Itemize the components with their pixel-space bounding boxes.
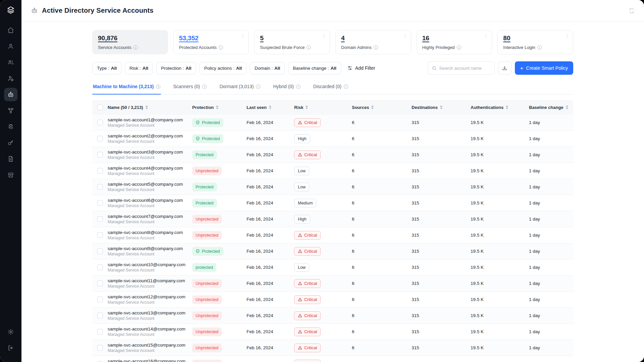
column-header-baseline-change[interactable]: Baseline change [529, 105, 573, 110]
row-checkbox[interactable] [97, 136, 103, 141]
select-all-checkbox[interactable] [97, 105, 103, 110]
sidebar-item-users[interactable] [4, 56, 17, 69]
table-row[interactable]: sample-svc-account11@company.com Managed… [92, 276, 573, 292]
account-type: Managed Service Account [108, 187, 190, 192]
row-checkbox[interactable] [97, 281, 103, 286]
info-icon[interactable] [307, 45, 311, 50]
table-row[interactable]: sample-svc-account12@company.com Managed… [92, 292, 573, 308]
table-row[interactable]: sample-svc-account14@company.com Managed… [92, 324, 573, 340]
baseline-change-value: 1 day [529, 200, 573, 205]
sidebar-item-home[interactable] [4, 23, 17, 37]
protection-badge: Protected [192, 150, 217, 159]
sidebar-item-inventory[interactable] [4, 168, 17, 182]
row-checkbox[interactable] [97, 345, 103, 351]
tab-hybrid[interactable]: Hybrid (0) [272, 80, 301, 94]
last-seen-value: Feb 16, 2024 [247, 249, 294, 254]
kebab-menu-icon[interactable]: ⋮ [403, 33, 408, 38]
destinations-value: 315 [412, 152, 471, 157]
table-row[interactable]: sample-svc-account10@company.com Managed… [92, 259, 573, 276]
info-icon[interactable] [156, 84, 160, 89]
row-checkbox[interactable] [97, 313, 103, 318]
destinations-value: 315 [412, 217, 471, 222]
column-header-destinations[interactable]: Destinations [412, 105, 471, 110]
info-icon[interactable] [133, 45, 138, 50]
tab-scanners[interactable]: Scanners (0) [172, 80, 207, 94]
sidebar-item-service-accounts[interactable] [4, 88, 17, 101]
kebab-menu-icon[interactable]: ⋮ [240, 33, 245, 38]
info-icon[interactable] [296, 84, 301, 89]
filter-baseline-change[interactable]: Baseline change :All [288, 62, 341, 74]
sidebar-item-settings[interactable] [4, 325, 17, 339]
sources-value: 6 [352, 297, 412, 302]
search-input[interactable] [439, 66, 491, 71]
create-smart-policy-button[interactable]: + Create Smart Policy [515, 61, 573, 75]
row-checkbox[interactable] [97, 200, 103, 206]
tab-discarded[interactable]: Discarded (0) [313, 80, 349, 94]
info-icon[interactable] [457, 45, 461, 50]
sidebar-item-user-settings[interactable] [4, 72, 17, 85]
last-seen-value: Feb 16, 2024 [247, 313, 294, 318]
filter-protection[interactable]: Protection :All [156, 62, 196, 74]
row-checkbox[interactable] [97, 329, 103, 335]
info-icon[interactable] [374, 45, 378, 50]
table-row[interactable]: sample-svc-account2@company.com Managed … [92, 131, 573, 147]
filter-policy-actions[interactable]: Policy actions :All [200, 62, 247, 74]
sidebar-item-fingerprint[interactable] [4, 120, 17, 133]
account-name: sample-svc-account12@company.com [108, 294, 190, 299]
table-row[interactable]: sample-svc-account16@company.com Managed… [92, 356, 573, 362]
stat-value-link[interactable]: 53,352 [179, 35, 199, 42]
kebab-menu-icon[interactable]: ⋮ [565, 33, 570, 38]
table-row[interactable]: sample-svc-account5@company.com Managed … [92, 179, 573, 195]
risk-badge: Low [294, 263, 309, 272]
sidebar-item-keys[interactable] [4, 136, 17, 149]
table-row[interactable]: sample-svc-account1@company.com Managed … [92, 115, 573, 131]
row-checkbox[interactable] [97, 216, 103, 222]
column-header-last-seen[interactable]: Last seen [247, 105, 294, 110]
authentications-value: 19.5 K [471, 297, 529, 302]
column-header-protection[interactable]: Protection [192, 105, 247, 110]
download-button[interactable] [498, 61, 512, 75]
sidebar-item-logout[interactable] [4, 341, 17, 355]
account-name: sample-svc-account7@company.com [108, 214, 190, 219]
filter-domain[interactable]: Domain :All [250, 62, 285, 74]
sidebar-item-reports[interactable] [4, 152, 17, 166]
table-row[interactable]: sample-svc-account4@company.com Managed … [92, 163, 573, 179]
authentications-value: 19.5 K [471, 217, 529, 222]
column-header-sources[interactable]: Sources [352, 105, 412, 110]
row-checkbox[interactable] [97, 264, 103, 270]
tab-machine-to-machine[interactable]: Machine to Machine (3,213) [92, 80, 161, 94]
table-row[interactable]: sample-svc-account3@company.com Managed … [92, 147, 573, 163]
table-row[interactable]: sample-svc-account8@company.com Managed … [92, 227, 573, 243]
row-checkbox[interactable] [97, 152, 103, 158]
column-header-authentications[interactable]: Authentications [471, 105, 529, 110]
info-icon[interactable] [202, 84, 207, 89]
add-filter-button[interactable]: Add Filter [347, 65, 375, 71]
info-icon[interactable] [256, 84, 260, 89]
info-icon[interactable] [344, 84, 348, 89]
info-icon[interactable] [537, 45, 542, 50]
table-row[interactable]: sample-svc-account13@company.com Managed… [92, 308, 573, 324]
table-row[interactable]: sample-svc-account15@company.com Managed… [92, 340, 573, 356]
last-seen-value: Feb 16, 2024 [247, 184, 294, 189]
sidebar-item-user[interactable] [4, 40, 17, 53]
column-header-risk[interactable]: Risk [294, 105, 352, 110]
filter-type[interactable]: Type :All [92, 62, 121, 74]
table-row[interactable]: sample-svc-account6@company.com Managed … [92, 195, 573, 211]
row-checkbox[interactable] [97, 184, 103, 190]
sources-value: 6 [352, 200, 412, 205]
kebab-menu-icon[interactable]: ⋮ [484, 33, 488, 38]
row-checkbox[interactable] [97, 248, 103, 254]
table-row[interactable]: sample-svc-account9@company.com Managed … [92, 243, 573, 259]
info-icon[interactable] [219, 45, 223, 50]
tab-dormant[interactable]: Dormant (3,013) [219, 80, 261, 94]
row-checkbox[interactable] [97, 232, 103, 238]
kebab-menu-icon[interactable]: ⋮ [322, 33, 326, 38]
filter-risk[interactable]: Risk :All [125, 62, 153, 74]
row-checkbox[interactable] [97, 297, 103, 302]
sidebar-item-connections[interactable] [4, 104, 17, 117]
row-checkbox[interactable] [97, 120, 103, 125]
column-header-name[interactable]: Name (50 / 3,213) [108, 105, 192, 110]
refresh-icon[interactable] [629, 8, 635, 14]
table-row[interactable]: sample-svc-account7@company.com Managed … [92, 211, 573, 227]
row-checkbox[interactable] [97, 168, 103, 174]
